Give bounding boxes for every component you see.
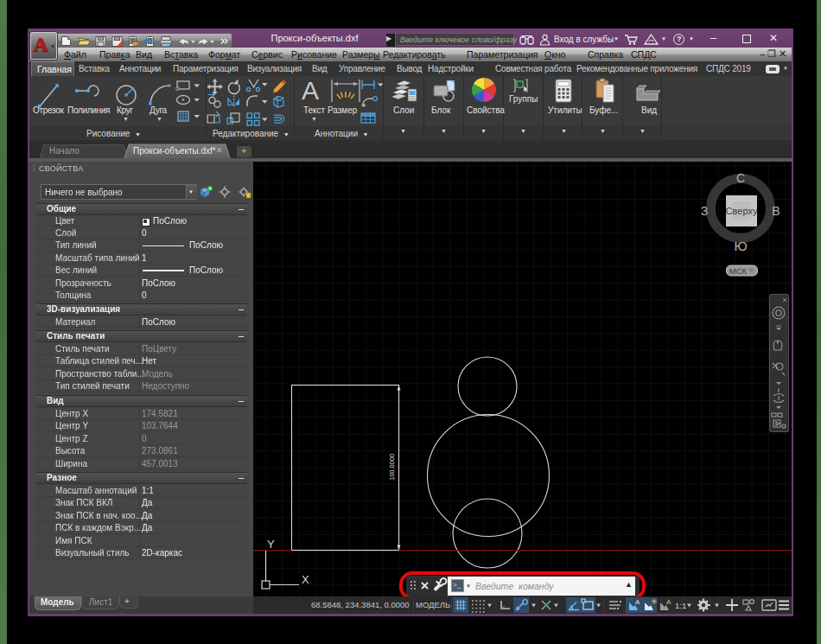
- svg-text:С: С: [736, 171, 745, 185]
- svg-text:Сверху: Сверху: [726, 206, 758, 216]
- svg-text:1:1: 1:1: [675, 601, 686, 610]
- svg-text:З: З: [701, 204, 708, 218]
- svg-text:В: В: [772, 204, 780, 218]
- svg-text:100.0000: 100.0000: [388, 454, 396, 481]
- svg-text:МСК: МСК: [729, 266, 748, 276]
- svg-text:✳: ✳: [651, 597, 658, 606]
- svg-text:A: A: [666, 598, 671, 606]
- svg-text:X: X: [302, 573, 309, 586]
- svg-text:A: A: [635, 598, 640, 606]
- svg-text:Ю: Ю: [734, 239, 747, 253]
- svg-text:Y: Y: [267, 538, 275, 551]
